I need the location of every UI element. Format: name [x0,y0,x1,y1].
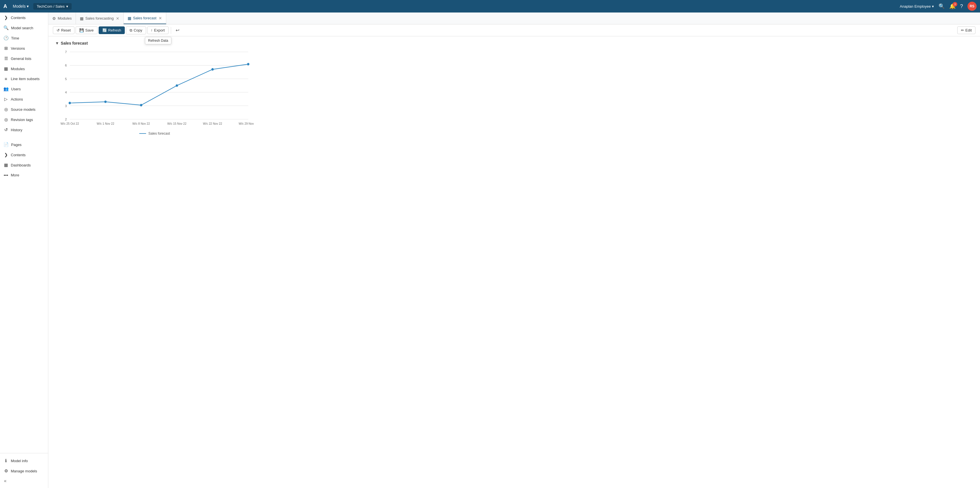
line-item-subsets-icon: ≡ [3,76,8,81]
tab-modules[interactable]: ⚙ Modules [48,13,76,24]
sidebar-item-general-lists[interactable]: ☰ General lists [0,54,48,63]
svg-text:W/c 22 Nov 22: W/c 22 Nov 22 [203,122,222,125]
dashboards-icon: ▦ [3,163,8,168]
copy-button[interactable]: ⧉ Copy [126,27,146,34]
sidebar-item-time[interactable]: 🕐 Time [0,33,48,43]
svg-text:W/c 8 Nov 22: W/c 8 Nov 22 [132,122,150,125]
reset-icon: ↺ [57,28,60,32]
users-icon: 👥 [3,86,9,92]
modules-icon: ▦ [3,66,8,71]
avatar[interactable]: RS [967,2,977,11]
models-menu[interactable]: Models ▾ [13,4,29,8]
copy-icon: ⧉ [130,28,132,33]
manage-models-icon: ⚙ [3,468,8,474]
sidebar-item-contents2[interactable]: ❯ Contents [0,150,48,160]
tabs-bar: ⚙ Modules ▦ Sales forecasting ✕ ▦ Sales … [48,13,980,24]
sidebar-item-label: Versions [11,46,25,51]
sidebar-item-label: Line item subsets [11,77,40,81]
sidebar-item-label: Manage models [11,469,37,473]
svg-text:W/c 25 Oct 22: W/c 25 Oct 22 [60,122,79,125]
sidebar-item-manage-models[interactable]: ⚙ Manage models [0,466,48,476]
sidebar-item-model-info[interactable]: ℹ Model info [0,456,48,466]
sidebar-item-label: History [11,128,22,132]
contents2-icon: ❯ [3,152,8,157]
sidebar-item-more[interactable]: ••• More [0,170,48,180]
notifications-button[interactable]: 🔔 3 [949,3,956,10]
sidebar-item-label: Users [11,87,21,91]
pages-icon: 📄 [3,142,9,147]
breadcrumb[interactable]: TechCom / Sales ▾ [33,3,72,10]
refresh-button[interactable]: 🔄 Refresh [99,27,125,34]
time-icon: 🕐 [3,35,9,41]
sidebar-item-users[interactable]: 👥 Users [0,84,48,94]
sidebar-collapse-button[interactable]: « [0,476,48,486]
sidebar-item-dashboards[interactable]: ▦ Dashboards [0,160,48,170]
refresh-tooltip: Refresh Data [145,37,172,44]
sidebar-item-source-models[interactable]: ◎ Source models [0,104,48,114]
save-button[interactable]: 💾 Save [76,27,97,34]
sidebar-item-versions[interactable]: ⊞ Versions [0,43,48,54]
sales-forecast-chart: 7 6 5 4 3 2 W/c 25 Oct 22 W/c 1 Nov 22 W… [55,49,254,128]
sidebar-item-contents[interactable]: ❯ Contents [0,13,48,23]
svg-text:6: 6 [65,63,67,67]
sidebar-item-model-search[interactable]: 🔍 Model search [0,23,48,33]
export-button[interactable]: ↑ Export [147,27,169,34]
chart-legend: Sales forecast [55,132,254,136]
edit-icon: ✏ [961,28,964,32]
sidebar-item-label: Contents [11,16,25,20]
chart-container: 7 6 5 4 3 2 W/c 25 Oct 22 W/c 1 Nov 22 W… [55,49,254,136]
employee-dropdown[interactable]: Anaplan Employee ▾ [900,4,934,8]
sidebar-item-pages[interactable]: 📄 Pages [0,139,48,150]
sidebar-item-history[interactable]: ↺ History [0,125,48,135]
edit-button[interactable]: ✏ Edit [957,27,975,34]
breadcrumb-chevron-icon: ▾ [66,4,68,8]
toolbar-divider [171,27,171,34]
sidebar-item-actions[interactable]: ▷ Actions [0,94,48,104]
svg-text:4: 4 [65,90,67,94]
sidebar-item-label: Source models [11,108,35,112]
sales-forecasting-tab-icon: ▦ [80,16,84,21]
sidebar-item-modules[interactable]: ▦ Modules [0,63,48,74]
tab-sales-forecasting[interactable]: ▦ Sales forecasting ✕ [76,13,124,24]
reset-button[interactable]: ↺ Reset [53,27,75,34]
sidebar-item-label: Contents [11,153,25,157]
top-nav-right: Anaplan Employee ▾ 🔍 🔔 3 ? RS [900,2,977,11]
employee-chevron-icon: ▾ [932,4,934,8]
svg-point-22 [212,68,214,71]
sales-forecast-tab-close[interactable]: ✕ [159,16,162,21]
more-icon: ••• [3,173,8,177]
svg-text:W/c 1 Nov 22: W/c 1 Nov 22 [97,122,114,125]
sidebar: ❯ Contents 🔍 Model search 🕐 Time ⊞ Versi… [0,13,48,488]
sidebar-item-label: Revision tags [11,117,33,122]
modules-tab-icon: ⚙ [52,16,56,21]
sidebar-item-label: General lists [11,57,31,61]
svg-text:W/c 29 Nov 22: W/c 29 Nov 22 [239,122,254,125]
collapse-icon: « [4,478,6,483]
undo-button[interactable]: ↩ [173,26,181,34]
svg-point-19 [104,101,107,103]
svg-point-20 [140,104,142,106]
general-lists-icon: ☰ [3,56,8,61]
tab-sales-forecast[interactable]: ▦ Sales forecast ✕ [124,13,166,24]
sidebar-item-label: Modules [11,67,25,71]
contents-icon: ❯ [3,15,8,20]
search-button[interactable]: 🔍 [939,3,945,10]
sidebar-item-revision-tags[interactable]: ◎ Revision tags [0,114,48,125]
sales-forecasting-tab-close[interactable]: ✕ [116,16,119,21]
source-models-icon: ◎ [3,107,8,112]
toolbar: ↺ Reset 💾 Save 🔄 Refresh ⧉ Copy ↑ Export… [48,24,980,36]
legend-line-icon [139,133,146,134]
save-icon: 💾 [79,28,84,32]
svg-text:7: 7 [65,50,67,54]
models-chevron-icon: ▾ [27,4,29,8]
sidebar-item-line-item-subsets[interactable]: ≡ Line item subsets [0,74,48,84]
section-title: Sales forecast [61,41,88,46]
section-toggle-icon[interactable]: ▼ [55,41,59,46]
refresh-icon: 🔄 [102,28,107,32]
revision-tags-icon: ◎ [3,117,8,122]
sidebar-item-label: Dashboards [11,163,31,167]
model-search-icon: 🔍 [3,25,9,30]
models-label: Models [13,4,25,8]
section-header: ▼ Sales forecast [55,41,973,46]
help-button[interactable]: ? [960,3,963,10]
